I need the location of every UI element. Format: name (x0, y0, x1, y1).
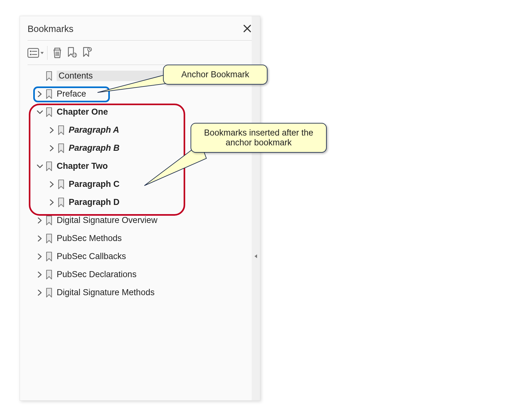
chevron-right-icon (36, 235, 43, 242)
expand-toggle[interactable] (47, 145, 57, 152)
panel-title: Bookmarks (28, 24, 73, 34)
new-bookmark-button[interactable] (66, 46, 79, 60)
bookmark-row[interactable]: PubSec Callbacks (24, 247, 257, 265)
bookmark-label[interactable]: PubSec Callbacks (57, 251, 126, 261)
expand-toggle[interactable] (47, 181, 57, 188)
bookmark-label[interactable]: Chapter Two (57, 161, 108, 171)
chevron-right-icon (36, 271, 43, 278)
bookmark-row[interactable]: Digital Signature Overview (24, 211, 257, 229)
bookmark-label[interactable]: Paragraph A (69, 125, 119, 135)
chevron-right-icon (36, 91, 43, 98)
bookmark-icon (45, 287, 54, 298)
chevron-right-icon (48, 145, 55, 152)
bookmark-row[interactable]: PubSec Declarations (24, 265, 257, 283)
bookmark-icon (57, 197, 66, 208)
panel-header: Bookmarks (20, 16, 260, 40)
bookmark-find-icon (82, 47, 93, 59)
bookmark-row[interactable]: Chapter One (24, 103, 257, 121)
dropdown-caret-icon (41, 52, 44, 54)
close-icon (243, 25, 251, 32)
bookmark-icon (57, 179, 66, 190)
trash-icon (52, 47, 63, 59)
callout-anchor-text: Anchor Bookmark (181, 70, 249, 79)
expand-toggle[interactable] (35, 235, 45, 242)
bookmark-icon (45, 233, 54, 244)
expand-toggle[interactable] (47, 199, 57, 206)
bookmark-label[interactable]: PubSec Methods (57, 233, 122, 243)
bookmark-label[interactable]: Paragraph D (69, 197, 120, 207)
callout-inserted-text: Bookmarks inserted after the anchor book… (204, 128, 313, 147)
chevron-down-icon (36, 109, 43, 116)
callout-inserted: Bookmarks inserted after the anchor book… (191, 123, 327, 153)
bookmark-icon (45, 161, 54, 172)
bookmark-icon (45, 71, 54, 81)
bookmark-icon (45, 89, 54, 99)
callout-anchor: Anchor Bookmark (163, 65, 268, 85)
toolbar-separator (47, 46, 47, 60)
bookmark-icon (57, 143, 66, 154)
bookmark-row[interactable]: PubSec Methods (24, 229, 257, 247)
chevron-right-icon (48, 127, 55, 134)
toolbar (20, 41, 260, 65)
find-bookmark-button[interactable] (81, 46, 94, 60)
bookmark-icon (57, 125, 66, 136)
chevron-right-icon (48, 199, 55, 206)
chevron-right-icon (36, 217, 43, 224)
chevron-right-icon (48, 181, 55, 188)
options-button[interactable] (26, 46, 45, 60)
expand-toggle[interactable] (35, 253, 45, 260)
options-icon (27, 47, 39, 59)
bookmark-row[interactable]: Paragraph C (24, 175, 257, 193)
bookmark-label[interactable]: Paragraph B (69, 143, 120, 153)
chevron-right-icon (36, 253, 43, 260)
bookmark-label[interactable]: Digital Signature Overview (57, 215, 157, 225)
bookmark-label[interactable]: Chapter One (57, 107, 108, 117)
bookmark-icon (45, 107, 54, 118)
close-button[interactable] (242, 22, 252, 35)
bookmark-row[interactable]: Digital Signature Methods (24, 283, 257, 302)
bookmark-icon (45, 215, 54, 226)
bookmark-icon (45, 269, 54, 280)
bookmark-add-icon (67, 47, 78, 59)
expand-toggle[interactable] (47, 127, 57, 134)
bookmark-label[interactable]: Paragraph C (69, 179, 120, 189)
bookmark-row[interactable]: Paragraph D (24, 193, 257, 211)
delete-button[interactable] (51, 46, 64, 60)
expand-toggle[interactable] (35, 271, 45, 278)
expand-toggle[interactable] (35, 289, 45, 296)
expand-toggle[interactable] (35, 91, 45, 98)
bookmark-icon (45, 251, 54, 262)
bookmark-label[interactable]: Digital Signature Methods (57, 288, 154, 297)
bookmark-tree: ContentsPrefaceChapter OneParagraph APar… (20, 65, 260, 305)
chevron-right-icon (36, 289, 43, 296)
bookmark-label[interactable]: Preface (57, 89, 86, 99)
collapse-toggle[interactable] (35, 163, 45, 170)
bookmark-label[interactable]: PubSec Declarations (57, 270, 136, 279)
chevron-down-icon (36, 163, 43, 170)
bookmark-row[interactable]: Chapter Two (24, 157, 257, 175)
bookmark-row[interactable]: Preface (24, 85, 257, 103)
expand-toggle[interactable] (35, 217, 45, 224)
collapse-toggle[interactable] (35, 109, 45, 116)
